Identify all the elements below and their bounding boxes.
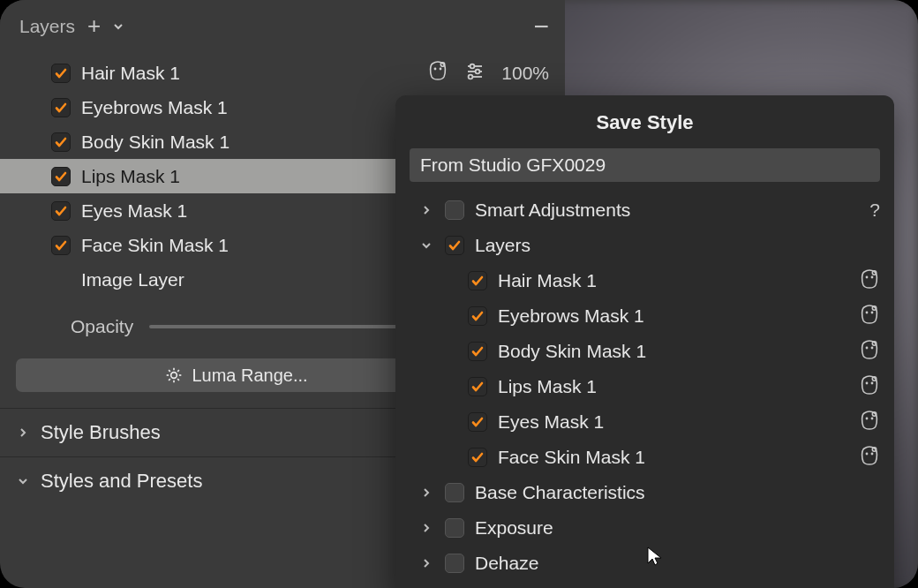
svg-point-40 — [871, 417, 874, 419]
app-viewport: Layers + − Hair Mask 1100%Eyebrows Mask … — [0, 0, 918, 588]
face-mask-icon — [859, 374, 880, 400]
layer-visibility-checkbox[interactable] — [51, 236, 71, 255]
add-layer-button[interactable]: + — [87, 12, 101, 40]
disclosure-icon[interactable] — [418, 558, 434, 569]
layer-visibility-checkbox[interactable] — [51, 167, 71, 186]
child-include-checkbox[interactable] — [468, 448, 487, 467]
disclosure-icon[interactable] — [418, 240, 434, 251]
chevron-right-icon — [16, 427, 30, 438]
svg-point-31 — [871, 311, 874, 313]
group-label: Layers — [475, 235, 880, 256]
svg-point-28 — [871, 275, 874, 278]
svg-point-39 — [866, 417, 869, 419]
layer-row[interactable]: Hair Mask 1100% — [0, 56, 565, 90]
group-include-checkbox[interactable] — [445, 483, 464, 502]
svg-point-30 — [866, 311, 869, 313]
luma-range-label: Luma Range... — [192, 366, 307, 386]
layers-panel-title: Layers — [19, 16, 75, 37]
child-label: Eyebrows Mask 1 — [498, 305, 848, 327]
svg-point-43 — [871, 452, 874, 455]
group-include-checkbox[interactable] — [445, 554, 464, 573]
face-mask-icon — [859, 339, 880, 365]
style-name-value: From Studio GFX0029 — [420, 155, 606, 175]
tree-child-row[interactable]: Eyes Mask 1 — [410, 404, 880, 440]
svg-point-2 — [441, 63, 445, 66]
face-mask-icon — [859, 410, 880, 435]
svg-point-1 — [440, 68, 442, 71]
svg-line-24 — [178, 379, 180, 381]
opacity-label: Opacity — [71, 316, 133, 337]
svg-point-38 — [872, 376, 876, 380]
tree-child-row[interactable]: Lips Mask 1 — [410, 369, 880, 404]
child-include-checkbox[interactable] — [468, 377, 487, 396]
face-mask-icon — [859, 445, 880, 471]
svg-point-44 — [872, 447, 876, 450]
layer-visibility-checkbox[interactable] — [51, 64, 71, 83]
layer-visibility-checkbox[interactable] — [51, 201, 71, 221]
save-style-popover: Save Style From Studio GFX0029 Smart Adj… — [395, 95, 894, 588]
tree-child-row[interactable]: Hair Mask 1 — [410, 263, 880, 298]
face-mask-icon — [859, 268, 880, 294]
brightness-icon — [165, 366, 183, 384]
tree-child-row[interactable]: Eyebrows Mask 1 — [410, 298, 880, 334]
svg-point-33 — [866, 346, 869, 349]
group-include-checkbox[interactable] — [445, 518, 464, 538]
layer-visibility-checkbox[interactable] — [51, 98, 71, 117]
style-name-input[interactable]: From Studio GFX0029 — [410, 148, 880, 182]
layer-opacity-value: 100% — [501, 63, 549, 84]
svg-point-6 — [476, 70, 480, 74]
child-include-checkbox[interactable] — [468, 271, 487, 290]
layer-visibility-checkbox[interactable] — [51, 132, 71, 152]
tree-group-row[interactable]: Smart Adjustments? — [410, 192, 880, 228]
svg-point-32 — [872, 305, 876, 309]
tree-group-row[interactable]: Base Characteristics — [410, 475, 880, 510]
child-label: Eyes Mask 1 — [498, 411, 848, 433]
disclosure-icon[interactable] — [418, 487, 434, 498]
layer-name: Eyebrows Mask 1 — [81, 97, 417, 118]
svg-point-18 — [171, 373, 177, 379]
svg-line-26 — [178, 370, 180, 372]
style-brushes-label: Style Brushes — [41, 421, 161, 444]
tree-child-row[interactable]: Face Skin Mask 1 — [410, 440, 880, 475]
group-include-checkbox[interactable] — [445, 200, 464, 220]
child-label: Hair Mask 1 — [498, 270, 848, 291]
save-style-tree: Smart Adjustments?LayersHair Mask 1Eyebr… — [395, 191, 894, 588]
svg-point-35 — [872, 341, 876, 344]
svg-line-23 — [169, 370, 170, 372]
tree-child-row[interactable]: Body Skin Mask 1 — [410, 334, 880, 369]
group-label: Dehaze — [475, 553, 880, 574]
styles-presets-label: Styles and Presets — [41, 470, 202, 493]
svg-point-42 — [866, 452, 869, 455]
group-label: Exposure — [475, 517, 880, 539]
group-label: Smart Adjustments — [475, 200, 859, 221]
tree-group-row[interactable]: Layers — [410, 228, 880, 263]
svg-point-0 — [434, 68, 437, 71]
disclosure-icon[interactable] — [418, 205, 434, 215]
tree-group-row[interactable]: Dehaze — [410, 546, 880, 581]
group-include-checkbox[interactable] — [445, 236, 464, 255]
child-include-checkbox[interactable] — [468, 412, 487, 432]
disclosure-icon[interactable] — [418, 523, 434, 533]
tree-group-row[interactable]: Exposure — [410, 510, 880, 546]
svg-point-4 — [470, 64, 475, 69]
child-label: Lips Mask 1 — [498, 376, 848, 397]
adjustments-icon[interactable] — [464, 60, 485, 86]
save-style-title: Save Style — [395, 95, 894, 148]
child-include-checkbox[interactable] — [468, 306, 487, 326]
group-label: Base Characteristics — [475, 482, 880, 503]
add-layer-menu-chevron[interactable] — [113, 21, 124, 32]
svg-point-27 — [866, 275, 869, 278]
svg-point-34 — [871, 346, 874, 349]
svg-point-8 — [469, 75, 473, 79]
chevron-down-icon — [16, 476, 30, 486]
child-include-checkbox[interactable] — [468, 342, 487, 361]
child-label: Face Skin Mask 1 — [498, 447, 848, 468]
help-icon[interactable]: ? — [869, 200, 880, 221]
layer-name: Hair Mask 1 — [81, 63, 417, 84]
face-mask-icon[interactable] — [427, 60, 448, 86]
layers-panel-header: Layers + − — [0, 0, 565, 49]
child-label: Body Skin Mask 1 — [498, 341, 848, 362]
svg-point-36 — [866, 381, 869, 384]
luma-range-button[interactable]: Luma Range... — [16, 358, 457, 392]
svg-point-37 — [871, 381, 874, 384]
